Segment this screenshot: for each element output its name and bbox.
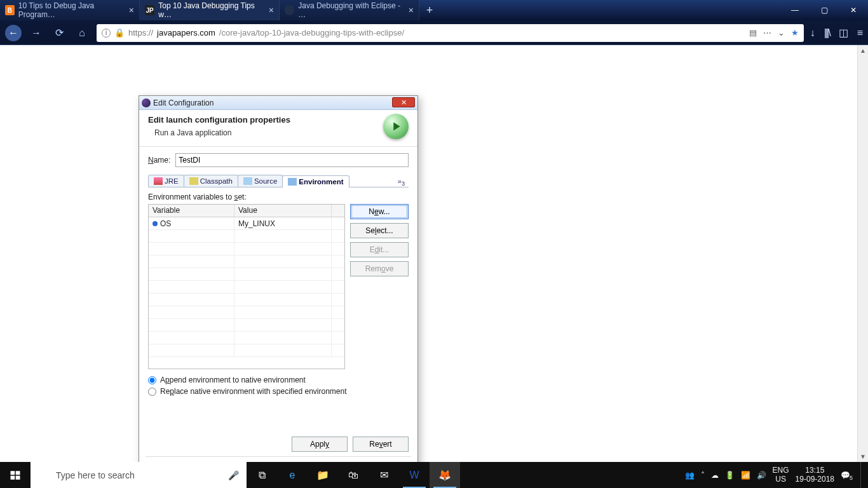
mail-icon[interactable]: ✉ bbox=[369, 462, 399, 488]
tray-chevron-icon[interactable]: ˄ bbox=[701, 471, 705, 480]
svg-rect-1 bbox=[16, 471, 20, 475]
env-vars-label: Environment variables to set: bbox=[148, 193, 409, 201]
reload-button[interactable]: ⟳ bbox=[51, 25, 67, 41]
sidebar-icon[interactable]: ◫ bbox=[839, 27, 848, 39]
tab-jre-label: JRE bbox=[165, 177, 179, 185]
dialog-title: Edit Configuration bbox=[153, 98, 214, 107]
taskbar: Type here to search 🎤 ⧉ e 📁 🛍 ✉ W 🦊 👥 ˄ … bbox=[0, 462, 868, 488]
page-scrollbar[interactable]: ▲ ▼ bbox=[857, 45, 868, 462]
show-desktop-button[interactable] bbox=[860, 462, 864, 488]
info-icon[interactable]: i bbox=[102, 29, 111, 37]
edit-button[interactable]: Edit... bbox=[350, 242, 409, 257]
tab-jre[interactable]: JRE bbox=[148, 175, 184, 187]
favicon-jp-icon: JP bbox=[145, 5, 154, 15]
new-button[interactable]: New... bbox=[350, 204, 409, 219]
radio-replace-input[interactable] bbox=[148, 388, 156, 396]
people-icon[interactable]: 👥 bbox=[685, 471, 695, 480]
config-tabs: JRE Classpath Source Environment »3 bbox=[148, 172, 409, 187]
clock[interactable]: 13:1519-09-2018 bbox=[796, 466, 834, 483]
lock-icon: 🔒 bbox=[114, 28, 125, 37]
browser-chrome: B 10 Tips to Debug Java Program… × JP To… bbox=[0, 0, 868, 45]
tab-close-icon[interactable]: × bbox=[269, 5, 274, 15]
library-icon[interactable]: |||\ bbox=[824, 27, 830, 39]
page-actions-icon[interactable]: ⋯ bbox=[763, 28, 771, 37]
volume-icon[interactable]: 🔊 bbox=[757, 471, 766, 480]
cell-value: My_LINUX bbox=[234, 217, 332, 229]
remove-button[interactable]: Remove bbox=[350, 261, 409, 276]
back-button[interactable]: ← bbox=[5, 25, 22, 41]
menu-icon[interactable]: ≡ bbox=[857, 27, 863, 39]
name-input[interactable] bbox=[175, 153, 409, 167]
url-path: /core-java/top-10-java-debugging-tips-wi… bbox=[219, 28, 404, 37]
name-row: Name: bbox=[148, 153, 409, 167]
radio-replace[interactable]: Replace native environment with specifie… bbox=[148, 387, 409, 396]
task-view-icon[interactable]: ⧉ bbox=[247, 462, 277, 488]
tab-close-icon[interactable]: × bbox=[409, 5, 414, 15]
toolbar-right: ↓ |||\ ◫ ≡ bbox=[810, 27, 863, 39]
select-button[interactable]: Select... bbox=[350, 223, 409, 238]
word-icon[interactable]: W bbox=[399, 462, 430, 488]
close-button[interactable]: ✕ bbox=[839, 0, 868, 20]
tab-close-icon[interactable]: × bbox=[129, 5, 134, 15]
dialog-close-button[interactable]: ✕ bbox=[392, 97, 415, 107]
svg-rect-0 bbox=[11, 471, 15, 475]
system-tray: 👥 ˄ ☁ 🔋 📶 🔊 ENGUS 13:1519-09-2018 💬5 bbox=[681, 462, 868, 488]
col-value[interactable]: Value bbox=[234, 205, 332, 217]
radio-append-input[interactable] bbox=[148, 376, 156, 384]
firefox-icon[interactable]: 🦊 bbox=[430, 462, 460, 488]
cell-variable: OS bbox=[149, 217, 234, 229]
edit-configuration-dialog: Edit Configuration ✕ Edit launch configu… bbox=[139, 95, 418, 462]
downloads-icon[interactable]: ↓ bbox=[810, 27, 815, 39]
store-icon[interactable]: 🛍 bbox=[338, 462, 369, 488]
battery-icon[interactable]: 🔋 bbox=[725, 471, 735, 480]
explorer-icon[interactable]: 📁 bbox=[308, 462, 338, 488]
tabs-overflow-button[interactable]: »3 bbox=[394, 177, 409, 187]
dialog-heading: Edit launch configuration properties bbox=[148, 115, 409, 125]
address-bar[interactable]: i 🔒 https://javapapers.com/core-java/top… bbox=[97, 24, 804, 42]
taskbar-search[interactable]: Type here to search 🎤 bbox=[31, 462, 247, 488]
env-area: Variable Value OS My_LINUX . . . . . . bbox=[148, 204, 409, 369]
tab-classpath[interactable]: Classpath bbox=[184, 175, 238, 187]
bookmark-star-icon[interactable]: ★ bbox=[791, 28, 799, 37]
reader-mode-icon[interactable]: ▤ bbox=[749, 28, 757, 37]
col-variable[interactable]: Variable bbox=[149, 205, 234, 217]
tab-environment[interactable]: Environment bbox=[282, 175, 349, 187]
taskbar-icons: ⧉ e 📁 🛍 ✉ W 🦊 bbox=[247, 462, 460, 488]
onedrive-icon[interactable]: ☁ bbox=[711, 471, 719, 480]
wifi-icon[interactable]: 📶 bbox=[741, 471, 750, 480]
url-protocol: https:// bbox=[128, 28, 153, 37]
name-label: Name: bbox=[148, 156, 170, 165]
revert-button[interactable]: Revert bbox=[353, 437, 409, 452]
scroll-down-icon[interactable]: ▼ bbox=[858, 451, 868, 462]
windows-icon bbox=[10, 470, 21, 481]
favicon-blogger-icon: B bbox=[5, 5, 15, 15]
source-icon bbox=[243, 177, 252, 185]
language-indicator[interactable]: ENGUS bbox=[773, 466, 789, 483]
start-button[interactable] bbox=[0, 462, 31, 488]
minimize-button[interactable]: — bbox=[780, 0, 810, 20]
mic-icon[interactable]: 🎤 bbox=[228, 470, 239, 480]
table-row[interactable]: OS My_LINUX bbox=[149, 217, 344, 230]
pocket-icon[interactable]: ⌄ bbox=[778, 28, 785, 37]
new-tab-button[interactable]: + bbox=[419, 0, 440, 20]
home-button[interactable]: ⌂ bbox=[74, 25, 90, 41]
dialog-subheading: Run a Java application bbox=[154, 128, 409, 137]
cortana-icon bbox=[37, 469, 50, 482]
window-controls: — ▢ ✕ bbox=[780, 0, 868, 20]
tab-environment-label: Environment bbox=[299, 178, 343, 186]
tab-source[interactable]: Source bbox=[238, 175, 283, 187]
forward-button[interactable]: → bbox=[28, 25, 44, 41]
scroll-up-icon[interactable]: ▲ bbox=[858, 45, 868, 56]
env-table[interactable]: Variable Value OS My_LINUX . . . . . . bbox=[148, 204, 345, 369]
edge-icon[interactable]: e bbox=[277, 462, 308, 488]
dialog-titlebar[interactable]: Edit Configuration ✕ bbox=[139, 96, 417, 110]
browser-tab-0[interactable]: B 10 Tips to Debug Java Program… × bbox=[0, 0, 140, 20]
browser-tab-1[interactable]: JP Top 10 Java Debugging Tips w… × bbox=[140, 0, 280, 20]
maximize-button[interactable]: ▢ bbox=[810, 0, 839, 20]
apply-button[interactable]: Apply bbox=[292, 437, 348, 452]
browser-tab-2[interactable]: Java Debugging with Eclipse - … × bbox=[280, 0, 419, 20]
action-center-icon[interactable]: 💬5 bbox=[841, 471, 850, 480]
radio-append[interactable]: Append environment to native environment bbox=[148, 376, 409, 384]
search-placeholder: Type here to search bbox=[56, 470, 135, 480]
url-host: javapapers.com bbox=[157, 28, 215, 37]
